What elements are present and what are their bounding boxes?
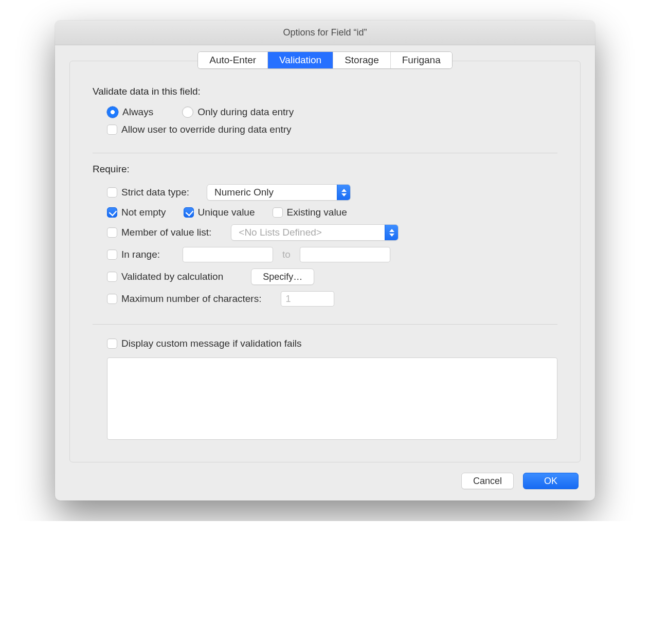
message-section: Display custom message if validation fai… bbox=[93, 330, 557, 452]
custom-message-row: Display custom message if validation fai… bbox=[107, 335, 557, 352]
not-empty-label: Not empty bbox=[121, 207, 166, 218]
strict-type-row: Strict data type: Numeric Only bbox=[107, 181, 557, 204]
validate-when-row: Always Only during data entry bbox=[107, 103, 557, 121]
checkbox-member-of-list[interactable]: Member of value list: bbox=[107, 227, 211, 238]
radio-always-label: Always bbox=[122, 106, 153, 118]
dialog-content: Auto-Enter Validation Storage Furigana V… bbox=[55, 45, 595, 500]
checkbox-in-range[interactable]: In range: bbox=[107, 249, 160, 260]
checkbox-icon bbox=[107, 207, 117, 218]
unique-label: Unique value bbox=[198, 207, 255, 218]
flags-row: Not empty Unique value Existing value bbox=[107, 204, 557, 221]
tab-auto-enter[interactable]: Auto-Enter bbox=[198, 52, 268, 68]
tab-storage[interactable]: Storage bbox=[333, 52, 391, 68]
tabs-container: Auto-Enter Validation Storage Furigana bbox=[69, 51, 581, 69]
checkbox-icon bbox=[107, 227, 117, 238]
checkbox-icon bbox=[107, 338, 117, 349]
tab-validation[interactable]: Validation bbox=[268, 52, 333, 68]
options-dialog: Options for Field “id” Auto-Enter Valida… bbox=[55, 21, 595, 500]
custom-message-textarea[interactable] bbox=[107, 357, 557, 440]
max-chars-row: Maximum number of characters: bbox=[107, 288, 557, 310]
strict-type-label: Strict data type: bbox=[121, 187, 189, 198]
strict-type-value: Numeric Only bbox=[207, 187, 281, 198]
stepper-icon bbox=[337, 185, 350, 200]
checkbox-validated-by-calc[interactable]: Validated by calculation bbox=[107, 271, 223, 282]
checkbox-allow-override[interactable]: Allow user to override during data entry bbox=[107, 124, 292, 135]
specify-button[interactable]: Specify… bbox=[251, 269, 314, 285]
radio-only-during-label: Only during data entry bbox=[197, 106, 294, 118]
tab-bar: Auto-Enter Validation Storage Furigana bbox=[197, 51, 452, 69]
checkbox-existing-value[interactable]: Existing value bbox=[273, 207, 347, 218]
radio-dot-icon bbox=[182, 106, 193, 118]
checkbox-icon bbox=[273, 207, 283, 218]
checkbox-icon bbox=[107, 249, 117, 260]
divider bbox=[93, 324, 557, 325]
checkbox-strict-type[interactable]: Strict data type: bbox=[107, 187, 189, 198]
checkbox-icon bbox=[107, 272, 117, 282]
range-to-input[interactable] bbox=[300, 247, 390, 262]
divider bbox=[93, 153, 557, 153]
value-list-value: <No Lists Defined> bbox=[231, 227, 329, 238]
validation-panel: Validate data in this field: Always Only… bbox=[69, 61, 581, 462]
max-chars-label: Maximum number of characters: bbox=[121, 293, 261, 305]
existing-label: Existing value bbox=[287, 207, 347, 218]
checkbox-max-chars[interactable]: Maximum number of characters: bbox=[107, 293, 261, 305]
checkbox-unique-value[interactable]: Unique value bbox=[184, 207, 255, 218]
range-to-label: to bbox=[279, 249, 294, 260]
checkbox-custom-message[interactable]: Display custom message if validation fai… bbox=[107, 338, 302, 349]
titlebar: Options for Field “id” bbox=[55, 21, 595, 45]
allow-override-row: Allow user to override during data entry bbox=[107, 121, 557, 138]
calc-row: Validated by calculation Specify… bbox=[107, 265, 557, 288]
radio-only-during-entry[interactable]: Only during data entry bbox=[182, 106, 294, 118]
require-section: Require: Strict data type: Numeric Only bbox=[93, 158, 557, 319]
dialog-footer: Cancel OK bbox=[69, 462, 581, 489]
calc-label: Validated by calculation bbox=[121, 271, 223, 282]
value-list-select[interactable]: <No Lists Defined> bbox=[231, 224, 399, 241]
window-title: Options for Field “id” bbox=[283, 27, 367, 38]
allow-override-label: Allow user to override during data entry bbox=[121, 124, 292, 135]
custom-message-label: Display custom message if validation fai… bbox=[121, 338, 302, 349]
require-heading: Require: bbox=[93, 164, 557, 175]
in-range-row: In range: to bbox=[107, 244, 557, 265]
member-row: Member of value list: <No Lists Defined> bbox=[107, 221, 557, 244]
checkbox-icon bbox=[107, 294, 117, 304]
tab-furigana[interactable]: Furigana bbox=[391, 52, 452, 68]
member-label: Member of value list: bbox=[121, 227, 211, 238]
stepper-icon bbox=[385, 225, 398, 240]
radio-dot-icon bbox=[107, 106, 118, 118]
in-range-label: In range: bbox=[121, 249, 160, 260]
validate-heading: Validate data in this field: bbox=[93, 86, 557, 97]
radio-always[interactable]: Always bbox=[107, 106, 153, 118]
validate-section: Validate data in this field: Always Only… bbox=[93, 81, 557, 148]
checkbox-not-empty[interactable]: Not empty bbox=[107, 207, 166, 218]
range-from-input[interactable] bbox=[183, 247, 273, 262]
max-chars-input[interactable] bbox=[281, 291, 334, 307]
strict-type-select[interactable]: Numeric Only bbox=[207, 184, 351, 201]
ok-button[interactable]: OK bbox=[523, 473, 579, 489]
cancel-button[interactable]: Cancel bbox=[461, 473, 514, 489]
checkbox-icon bbox=[184, 207, 194, 218]
checkbox-icon bbox=[107, 124, 117, 135]
checkbox-icon bbox=[107, 187, 117, 198]
